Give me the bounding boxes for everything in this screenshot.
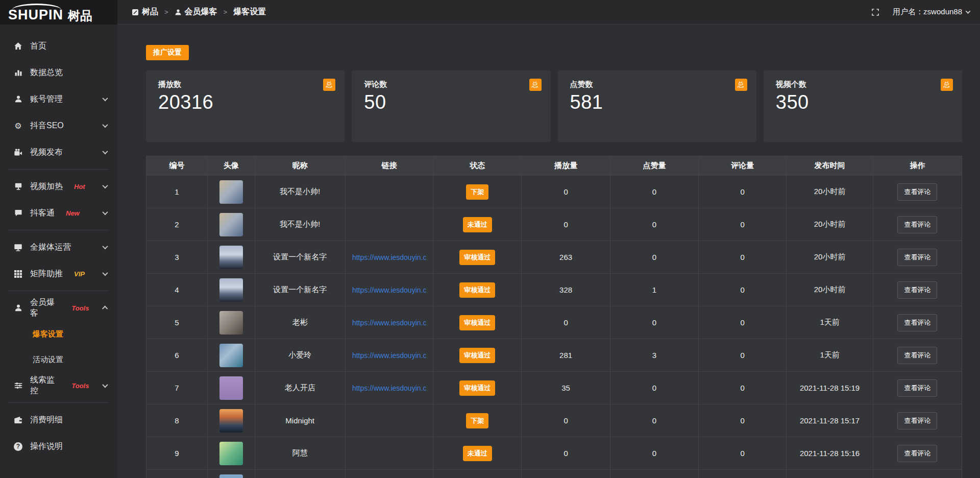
view-comments-button[interactable]: 查看评论 — [897, 216, 937, 233]
stat-label: 播放数 — [158, 80, 332, 89]
sidebar-item-data-overview[interactable]: 数据总览 — [0, 59, 117, 86]
sidebar-item-douketong[interactable]: 抖客通 New — [0, 200, 117, 226]
status-badge[interactable]: 审核通过 — [459, 380, 495, 396]
stat-card-videos: 视频个数 350 总 — [764, 70, 962, 142]
sidebar-item-video-publish[interactable]: 视频发布 — [0, 139, 117, 165]
gear-icon: ⚙ — [13, 121, 23, 131]
sidebar-item-video-heating[interactable]: 视频加热 Hot — [0, 173, 117, 200]
nickname: 老人开店 — [285, 383, 315, 392]
nickname: 设置一个新名字 — [273, 285, 327, 294]
sidebar-subitem-label: 活动设置 — [33, 355, 63, 365]
view-comments-button[interactable]: 查看评论 — [897, 183, 937, 201]
user-area: 用户名：zswodun88 — [871, 7, 970, 17]
breadcrumb-separator: > — [164, 8, 168, 16]
column-header-likes: 点赞量 — [610, 156, 699, 176]
avatar — [219, 311, 243, 334]
status-badge[interactable]: 下架 — [466, 413, 488, 428]
sidebar-item-label: 会员爆客 — [30, 297, 60, 319]
row-number: 8 — [175, 416, 179, 425]
status-badge[interactable]: 审核通过 — [459, 348, 495, 363]
sliders-icon — [13, 381, 23, 390]
app-window: SHUPIN 树品 首页 数据总览 账号管理 ⚙ 抖音SEO — [0, 0, 980, 478]
sidebar-item-label: 视频发布 — [30, 147, 63, 158]
video-link[interactable]: https://www.iesdouyin.c — [352, 351, 427, 360]
status-badge[interactable]: 审核通过 — [459, 315, 495, 330]
sidebar: SHUPIN 树品 首页 数据总览 账号管理 ⚙ 抖音SEO — [0, 0, 117, 478]
view-comments-button[interactable]: 查看评论 — [897, 281, 937, 299]
chat-icon — [13, 209, 23, 217]
table-row: 1 我不是小帅! 下架 0 0 0 20小时前 查看评论 — [146, 176, 962, 208]
tools-tag: Tools — [71, 382, 89, 390]
monitor-icon — [13, 243, 23, 252]
sidebar-item-account-management[interactable]: 账号管理 — [0, 86, 117, 112]
sidebar-divider — [8, 230, 109, 230]
publish-time: 2021-11-28 15:16 — [800, 449, 860, 458]
avatar — [219, 278, 243, 302]
video-link[interactable]: https://www.iesdouyin.c — [352, 286, 427, 294]
sidebar-divider — [8, 291, 109, 291]
view-comments-button[interactable]: 查看评论 — [897, 412, 937, 429]
plays-count: 35 — [561, 384, 570, 392]
view-comments-button[interactable]: 查看评论 — [897, 314, 937, 331]
column-header-avatar: 头像 — [207, 156, 255, 176]
breadcrumb-item-shupin[interactable]: 树品 — [132, 7, 158, 17]
sidebar-item-consumption-details[interactable]: 消费明细 — [0, 407, 117, 433]
nickname: Midnight — [285, 416, 314, 425]
sidebar-item-label: 抖音SEO — [30, 121, 64, 131]
fullscreen-icon[interactable] — [871, 8, 879, 16]
publish-time: 1天前 — [820, 350, 839, 359]
table-row: 7 老人开店 https://www.iesdouyin.c 审核通过 35 0… — [146, 372, 962, 404]
content: 推广设置 播放数 20316 总 评论数 50 总 点赞数 581 总 — [117, 25, 980, 478]
view-comments-button[interactable]: 查看评论 — [897, 445, 937, 462]
video-link[interactable]: https://www.iesdouyin.c — [352, 319, 427, 327]
chevron-down-icon — [102, 244, 108, 249]
publish-time: 20小时前 — [814, 252, 846, 261]
sidebar-item-douyin-seo[interactable]: ⚙ 抖音SEO — [0, 112, 117, 139]
view-comments-button[interactable]: 查看评论 — [897, 379, 937, 397]
publish-time: 20小时前 — [814, 187, 846, 196]
sidebar-subitem-baoke-settings[interactable]: 爆客设置 — [0, 321, 117, 347]
video-link[interactable]: https://www.iesdouyin.c — [352, 384, 427, 392]
breadcrumb: 树品 > 会员爆客 > 爆客设置 — [132, 7, 266, 17]
status-badge[interactable]: 下架 — [466, 184, 488, 200]
avatar — [219, 344, 243, 367]
brand-logo-text: SHUPIN — [8, 8, 63, 22]
sidebar-item-clue-monitoring[interactable]: 线索监控 Tools — [0, 372, 117, 399]
status-badge[interactable]: 未通过 — [463, 217, 492, 232]
status-badge[interactable]: 审核通过 — [459, 282, 495, 298]
view-comments-button[interactable]: 查看评论 — [897, 249, 937, 266]
chevron-up-icon — [103, 306, 108, 312]
sidebar-subitem-activity-settings[interactable]: 活动设置 — [0, 347, 117, 372]
username-menu[interactable]: 用户名：zswodun88 — [893, 7, 970, 17]
column-header-status: 状态 — [433, 156, 522, 176]
comments-count: 0 — [740, 285, 744, 294]
comments-count: 0 — [740, 384, 744, 392]
sidebar-item-label: 矩阵助推 — [30, 269, 63, 279]
likes-count: 0 — [652, 318, 656, 327]
chevron-down-icon — [102, 183, 108, 188]
nickname: 设置一个新名字 — [273, 252, 327, 261]
status-badge[interactable]: 审核通过 — [459, 250, 495, 265]
chevron-down-icon — [102, 122, 108, 128]
table-row: 8 Midnight 下架 0 0 0 2021-11-28 15:17 查看评… — [146, 404, 962, 437]
chevron-down-icon — [966, 9, 971, 14]
table-header-row: 编号 头像 昵称 链接 状态 播放量 点赞量 评论量 发布时间 操作 — [146, 156, 962, 176]
sidebar-item-home[interactable]: 首页 — [0, 33, 117, 59]
sidebar-item-matrix-boost[interactable]: 矩阵助推 VIP — [0, 260, 117, 287]
bar-chart-icon — [13, 68, 23, 77]
promotion-settings-button[interactable]: 推广设置 — [146, 45, 189, 60]
plays-count: 0 — [564, 187, 568, 196]
video-link[interactable]: https://www.iesdouyin.c — [352, 253, 427, 261]
sidebar-item-instructions[interactable]: ? 操作说明 — [0, 433, 117, 460]
brand-name-cn: 树品 — [68, 9, 92, 22]
avatar — [219, 213, 243, 236]
avatar — [219, 180, 243, 204]
sidebar-item-member-baoke[interactable]: 会员爆客 Tools — [0, 295, 117, 321]
likes-count: 1 — [652, 285, 656, 294]
main-area: 树品 > 会员爆客 > 爆客设置 用户名：zswodun88 — [117, 0, 980, 478]
publish-time: 1天前 — [820, 318, 839, 326]
status-badge[interactable]: 未通过 — [463, 446, 492, 461]
sidebar-item-all-media[interactable]: 全媒体运营 — [0, 234, 117, 260]
view-comments-button[interactable]: 查看评论 — [897, 347, 937, 364]
breadcrumb-item-member-baoke[interactable]: 会员爆客 — [175, 7, 217, 17]
